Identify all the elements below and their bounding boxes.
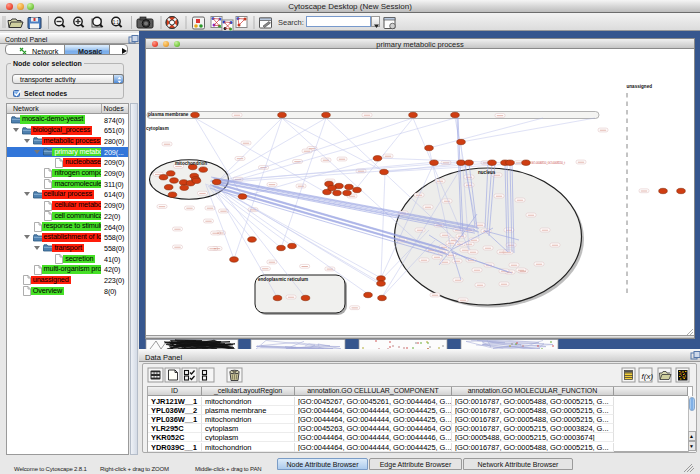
svg-text:nucleus: nucleus	[478, 170, 496, 175]
svg-text:cytoplasm: cytoplasm	[146, 126, 169, 131]
svg-text:unassigned: unassigned	[627, 84, 653, 89]
svg-text:mitochondrion: mitochondrion	[175, 161, 207, 166]
svg-text:f(x): f(x)	[642, 372, 654, 381]
svg-text:endoplasmic reticulum: endoplasmic reticulum	[258, 277, 308, 282]
svg-text:GO-0006810_GO-0008150_t: GO-0006810_GO-0008150_t	[531, 161, 565, 165]
svg-text:1:1: 1:1	[113, 20, 120, 25]
svg-text:plasma membrane: plasma membrane	[148, 112, 189, 117]
